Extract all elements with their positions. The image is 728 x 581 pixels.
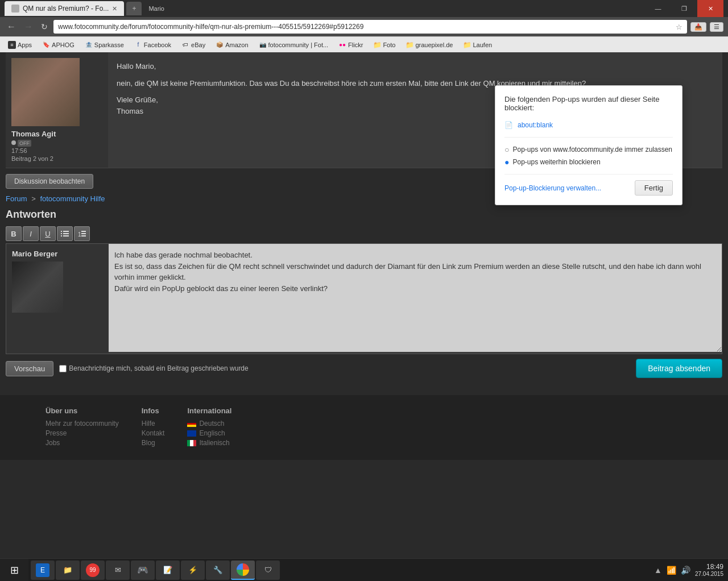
- lang-en-label: Englisch: [199, 429, 225, 437]
- popup-blocked-url: 📄 about:blank: [504, 119, 673, 131]
- windows-logo-icon: ⊞: [10, 564, 19, 576]
- browser-frame: QM nur als Premium? - Fo... ✕ + Mario — …: [0, 0, 728, 52]
- reload-btn[interactable]: ↻: [39, 21, 50, 32]
- bookmark-star-icon[interactable]: ☆: [676, 23, 682, 31]
- system-clock[interactable]: 18:49 27.04.2015: [695, 563, 723, 577]
- forward-btn[interactable]: →: [22, 20, 35, 33]
- reply-textarea[interactable]: Ich habe das gerade nochmal beobachtet. …: [109, 244, 722, 352]
- reply-editor-container: Mario Berger Ich habe das gerade nochmal…: [6, 243, 722, 354]
- bookmark-ebay[interactable]: 🏷 eBay: [177, 40, 210, 50]
- popup-blocked-link[interactable]: about:blank: [518, 121, 553, 129]
- address-bar: ← → ↻ www.fotocommunity.de/forum/fotocom…: [0, 17, 728, 36]
- underline-btn[interactable]: U: [40, 226, 56, 241]
- tray-volume-icon[interactable]: 🔊: [681, 566, 690, 575]
- bookmark-laufen-label: Laufen: [473, 42, 492, 48]
- start-btn[interactable]: ⊞: [0, 559, 28, 582]
- svg-rect-4: [61, 235, 62, 236]
- preview-btn[interactable]: Vorschau: [6, 361, 53, 376]
- inactive-tab[interactable]: +: [126, 2, 142, 15]
- taskbar-item-email[interactable]: ✉: [106, 561, 130, 580]
- extension-btn[interactable]: 📥: [690, 22, 706, 32]
- bookmark-grauepixel[interactable]: 📁 grauepixel.de: [401, 40, 457, 50]
- footer-col-international: International Deutsch Englisch Italienis…: [187, 406, 231, 449]
- settings-btn[interactable]: ☰: [710, 22, 723, 32]
- bookmark-flickr[interactable]: ●● Flickr: [334, 40, 367, 50]
- popup-option2[interactable]: ● Pop-ups weiterhin blockieren: [504, 156, 673, 168]
- bookmark-amazon[interactable]: 📦 Amazon: [211, 40, 253, 50]
- footer-link-blog[interactable]: Blog: [142, 439, 165, 447]
- facebook-icon: f: [134, 41, 142, 49]
- taskbar-item-app8[interactable]: 🛡: [256, 561, 280, 580]
- breadcrumb-section-link[interactable]: fotocommunity Hilfe: [40, 194, 105, 203]
- radio-checked-icon: ●: [504, 157, 509, 167]
- bookmark-fotocommunity-label: fotocommunity | Fot...: [268, 42, 329, 48]
- footer-link-kontakt[interactable]: Kontakt: [142, 429, 165, 437]
- watch-discussion-btn[interactable]: Diskussion beobachten: [6, 174, 93, 189]
- author-time: 17:56: [11, 147, 102, 154]
- url-actions: ☆: [676, 23, 682, 31]
- aphog-icon: 🔖: [42, 41, 50, 49]
- popup-blocker-dialog: Die folgenden Pop-ups wurden auf dieser …: [495, 85, 682, 205]
- maximize-btn[interactable]: ❐: [671, 0, 697, 17]
- taskbar-item-chrome[interactable]: [231, 561, 255, 580]
- bookmark-sparkasse[interactable]: 🏦 Sparkasse: [80, 40, 129, 50]
- bookmark-laufen[interactable]: 📁 Laufen: [458, 40, 497, 50]
- taskbar-item-app6[interactable]: ⚡: [181, 561, 205, 580]
- notify-checkbox[interactable]: [59, 365, 67, 372]
- editor-toolbar: B I U 1.: [6, 226, 722, 241]
- tab-close-btn[interactable]: ✕: [112, 5, 117, 13]
- footer-link-presse[interactable]: Presse: [46, 429, 119, 437]
- submit-post-btn[interactable]: Beitrag absenden: [636, 359, 722, 378]
- online-dot: [11, 140, 16, 145]
- footer-col-about: Über uns Mehr zur fotocommunity Presse J…: [46, 406, 119, 449]
- active-tab[interactable]: QM nur als Premium? - Fo... ✕: [5, 1, 124, 16]
- clock-date: 27.04.2015: [695, 571, 723, 577]
- svg-rect-9: [81, 235, 86, 236]
- app6-icon: ⚡: [186, 563, 200, 577]
- app8-icon: 🛡: [261, 563, 275, 577]
- bookmark-facebook[interactable]: f Facebook: [130, 40, 176, 50]
- italic-btn[interactable]: I: [23, 226, 39, 241]
- steam-icon: 🎮: [136, 563, 150, 577]
- svg-rect-1: [63, 231, 69, 232]
- taskbar-item-app5[interactable]: 📝: [156, 561, 180, 580]
- window-controls: — ❐ ✕: [645, 0, 723, 17]
- popup-option1-label: Pop-ups von www.fotocommunity.de immer z…: [512, 146, 672, 153]
- popup-option1[interactable]: ○ Pop-ups von www.fotocommunity.de immer…: [504, 143, 673, 156]
- popup-manage-link[interactable]: Pop-up-Blockierung verwalten...: [504, 184, 601, 192]
- taskbar-item-app7[interactable]: 🔧: [206, 561, 230, 580]
- taskbar-item-explorer[interactable]: E: [31, 561, 55, 580]
- close-btn[interactable]: ✕: [697, 0, 723, 17]
- footer-link-mehr[interactable]: Mehr zur fotocommunity: [46, 420, 119, 428]
- bookmark-aphog[interactable]: 🔖 APHOG: [38, 40, 79, 50]
- clock-time: 18:49: [695, 563, 723, 571]
- tray-up-icon[interactable]: ▲: [654, 566, 662, 575]
- tab-favicon: [11, 5, 19, 13]
- list-ul-btn[interactable]: [57, 226, 73, 241]
- footer-link-hilfe[interactable]: Hilfe: [142, 420, 165, 428]
- taskbar-item-app3[interactable]: 99: [81, 561, 105, 580]
- taskbar: ⊞ E 📁 99 ✉ 🎮 📝 ⚡ 🔧 🛡: [0, 558, 728, 581]
- system-tray: ▲ 📶 🔊 18:49 27.04.2015: [650, 563, 728, 577]
- lang-en: Englisch: [187, 429, 231, 437]
- taskbar-item-files[interactable]: 📁: [56, 561, 80, 580]
- bookmark-fotocommunity[interactable]: 📷 fotocommunity | Fot...: [254, 40, 333, 50]
- bookmark-foto[interactable]: 📁 Foto: [369, 40, 400, 50]
- taskbar-item-steam[interactable]: 🎮: [131, 561, 155, 580]
- bookmark-sparkasse-label: Sparkasse: [94, 42, 124, 48]
- site-footer: Über uns Mehr zur fotocommunity Presse J…: [0, 395, 728, 460]
- bookmark-apps[interactable]: ≡ Apps: [3, 40, 36, 50]
- footer-link-jobs[interactable]: Jobs: [46, 439, 119, 447]
- url-bar[interactable]: www.fotocommunity.de/forum/fotocommunity…: [53, 20, 687, 34]
- bold-btn[interactable]: B: [6, 226, 22, 241]
- tray-network-icon[interactable]: 📶: [667, 566, 676, 575]
- breadcrumb-forum-link[interactable]: Forum: [6, 194, 27, 203]
- footer-col-infos-heading: Infos: [142, 406, 165, 415]
- list-ol-btn[interactable]: 1.: [74, 226, 90, 241]
- popup-done-btn[interactable]: Fertig: [635, 180, 673, 196]
- minimize-btn[interactable]: —: [645, 0, 671, 17]
- notify-checkbox-label: Benachrichtige mich, sobald ein Beitrag …: [59, 364, 249, 372]
- reply-body: Ich habe das gerade nochmal beobachtet. …: [109, 244, 722, 354]
- email-icon: ✉: [111, 563, 125, 577]
- back-btn[interactable]: ←: [5, 20, 18, 33]
